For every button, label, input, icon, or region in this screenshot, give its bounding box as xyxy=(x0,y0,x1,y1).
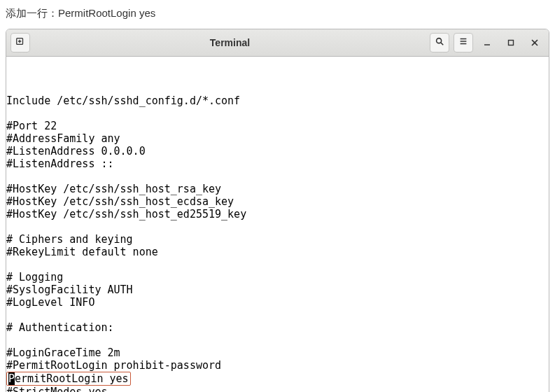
hamburger-icon xyxy=(458,36,468,49)
new-tab-icon xyxy=(15,36,25,49)
new-tab-button[interactable] xyxy=(10,33,30,52)
maximize-icon xyxy=(507,36,514,49)
window-title: Terminal xyxy=(34,37,426,48)
minimize-button[interactable] xyxy=(477,33,497,52)
cursor: P xyxy=(8,372,15,385)
svg-point-3 xyxy=(437,38,442,43)
terminal-text-before: Include /etc/ssh/sshd_config.d/*.conf #P… xyxy=(6,94,246,372)
terminal-window: Terminal xyxy=(6,29,549,392)
menu-button[interactable] xyxy=(454,33,473,52)
highlight-rest: ermitRootLogin yes xyxy=(15,372,129,385)
minimize-icon xyxy=(484,36,491,49)
maximize-button[interactable] xyxy=(501,33,521,52)
search-icon xyxy=(435,36,444,49)
svg-rect-9 xyxy=(509,41,514,46)
search-button[interactable] xyxy=(430,33,449,52)
close-button[interactable] xyxy=(525,33,545,52)
terminal-text-after: #StrictModes yes #MaxAuthTries 6 xyxy=(6,386,108,392)
svg-line-4 xyxy=(441,43,444,46)
instruction-text: 添加一行：PermitRootLogin yes xyxy=(0,0,555,29)
close-icon xyxy=(531,36,538,49)
terminal-content[interactable]: Include /etc/ssh/sshd_config.d/*.conf #P… xyxy=(6,57,549,392)
window-titlebar: Terminal xyxy=(6,29,549,57)
highlighted-line: PermitRootLogin yes xyxy=(6,372,131,386)
